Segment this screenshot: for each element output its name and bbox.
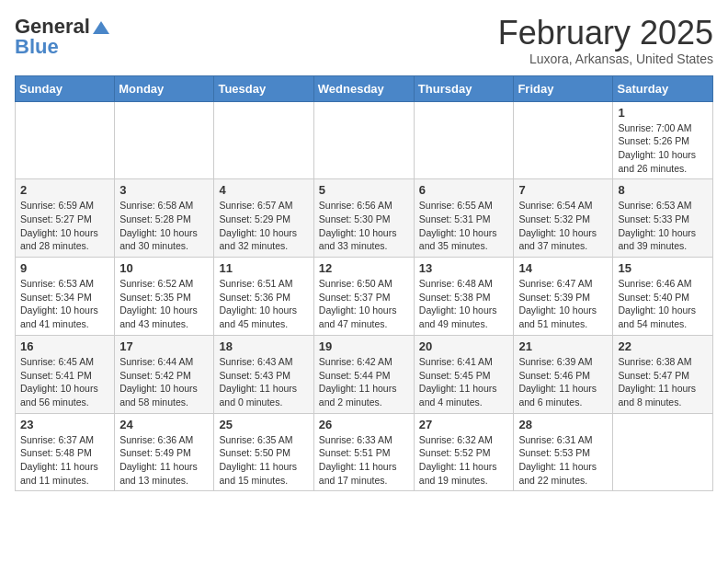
calendar-day: 6Sunrise: 6:55 AM Sunset: 5:31 PM Daylig…: [414, 179, 514, 258]
calendar-day: 9Sunrise: 6:53 AM Sunset: 5:34 PM Daylig…: [16, 258, 115, 336]
day-number: 22: [618, 339, 708, 353]
day-number: 19: [319, 339, 409, 353]
calendar-table: SundayMondayTuesdayWednesdayThursdayFrid…: [15, 75, 713, 492]
calendar-day-empty: [613, 413, 713, 491]
day-number: 8: [618, 183, 708, 197]
day-number: 1: [618, 106, 708, 120]
calendar-day: 13Sunrise: 6:48 AM Sunset: 5:38 PM Dayli…: [414, 258, 514, 336]
calendar-day: 3Sunrise: 6:58 AM Sunset: 5:28 PM Daylig…: [115, 179, 214, 258]
calendar-day: 24Sunrise: 6:36 AM Sunset: 5:49 PM Dayli…: [115, 413, 214, 491]
day-info: Sunrise: 6:58 AM Sunset: 5:28 PM Dayligh…: [119, 199, 209, 253]
day-info: Sunrise: 6:42 AM Sunset: 5:44 PM Dayligh…: [319, 355, 409, 409]
calendar-day: 11Sunrise: 6:51 AM Sunset: 5:36 PM Dayli…: [214, 258, 313, 336]
weekday-header: Saturday: [613, 75, 713, 101]
calendar-day: 1Sunrise: 7:00 AM Sunset: 5:26 PM Daylig…: [613, 101, 713, 179]
day-number: 3: [119, 183, 209, 197]
calendar-day: 17Sunrise: 6:44 AM Sunset: 5:42 PM Dayli…: [115, 335, 214, 413]
calendar-day: 4Sunrise: 6:57 AM Sunset: 5:29 PM Daylig…: [214, 179, 313, 258]
day-number: 7: [518, 183, 608, 197]
weekday-header: Friday: [514, 75, 613, 101]
calendar-day: 8Sunrise: 6:53 AM Sunset: 5:33 PM Daylig…: [613, 179, 713, 258]
calendar-day-empty: [115, 101, 214, 179]
calendar-day-empty: [16, 101, 115, 179]
calendar-day: 14Sunrise: 6:47 AM Sunset: 5:39 PM Dayli…: [514, 258, 613, 336]
location: Luxora, Arkansas, United States: [498, 52, 713, 66]
day-info: Sunrise: 6:46 AM Sunset: 5:40 PM Dayligh…: [618, 277, 708, 331]
logo: General Blue: [15, 15, 111, 59]
day-number: 16: [20, 339, 109, 353]
day-info: Sunrise: 6:31 AM Sunset: 5:53 PM Dayligh…: [518, 433, 608, 488]
day-info: Sunrise: 6:52 AM Sunset: 5:35 PM Dayligh…: [119, 277, 209, 331]
calendar-day: 15Sunrise: 6:46 AM Sunset: 5:40 PM Dayli…: [613, 258, 713, 336]
day-info: Sunrise: 6:57 AM Sunset: 5:29 PM Dayligh…: [219, 199, 308, 253]
day-number: 17: [119, 339, 209, 353]
day-info: Sunrise: 6:37 AM Sunset: 5:48 PM Dayligh…: [20, 433, 109, 488]
weekday-header: Sunday: [16, 75, 115, 101]
calendar-day-empty: [514, 101, 613, 179]
day-info: Sunrise: 6:39 AM Sunset: 5:46 PM Dayligh…: [518, 355, 608, 409]
day-info: Sunrise: 6:53 AM Sunset: 5:33 PM Dayligh…: [618, 199, 708, 253]
calendar-day: 21Sunrise: 6:39 AM Sunset: 5:46 PM Dayli…: [514, 335, 613, 413]
day-number: 28: [518, 418, 608, 431]
day-number: 27: [419, 418, 509, 431]
weekday-header: Wednesday: [313, 75, 414, 101]
calendar-day: 23Sunrise: 6:37 AM Sunset: 5:48 PM Dayli…: [16, 413, 115, 491]
day-number: 2: [20, 183, 109, 197]
day-number: 26: [319, 418, 409, 431]
day-info: Sunrise: 6:38 AM Sunset: 5:47 PM Dayligh…: [618, 355, 708, 409]
day-info: Sunrise: 6:44 AM Sunset: 5:42 PM Dayligh…: [119, 355, 209, 409]
day-number: 25: [219, 418, 308, 431]
title-block: February 2025 Luxora, Arkansas, United S…: [498, 15, 713, 66]
calendar-day: 16Sunrise: 6:45 AM Sunset: 5:41 PM Dayli…: [16, 335, 115, 413]
logo-icon: [91, 19, 111, 36]
calendar-day: 28Sunrise: 6:31 AM Sunset: 5:53 PM Dayli…: [514, 413, 613, 491]
day-info: Sunrise: 6:54 AM Sunset: 5:32 PM Dayligh…: [518, 199, 608, 253]
svg-marker-0: [93, 21, 109, 34]
day-number: 10: [119, 261, 209, 275]
day-info: Sunrise: 6:51 AM Sunset: 5:36 PM Dayligh…: [219, 277, 308, 331]
day-info: Sunrise: 6:55 AM Sunset: 5:31 PM Dayligh…: [419, 199, 509, 253]
calendar-day-empty: [214, 101, 313, 179]
day-number: 14: [518, 261, 608, 275]
calendar-day: 27Sunrise: 6:32 AM Sunset: 5:52 PM Dayli…: [414, 413, 514, 491]
calendar-day-empty: [414, 101, 514, 179]
calendar-day: 22Sunrise: 6:38 AM Sunset: 5:47 PM Dayli…: [613, 335, 713, 413]
day-number: 23: [20, 418, 109, 431]
calendar-day: 25Sunrise: 6:35 AM Sunset: 5:50 PM Dayli…: [214, 413, 313, 491]
day-number: 20: [419, 339, 509, 353]
calendar-day: 2Sunrise: 6:59 AM Sunset: 5:27 PM Daylig…: [16, 179, 115, 258]
day-info: Sunrise: 6:41 AM Sunset: 5:45 PM Dayligh…: [419, 355, 509, 409]
calendar-day-empty: [313, 101, 414, 179]
day-info: Sunrise: 6:35 AM Sunset: 5:50 PM Dayligh…: [219, 433, 308, 488]
day-number: 6: [419, 183, 509, 197]
day-number: 5: [319, 183, 409, 197]
day-number: 15: [618, 261, 708, 275]
day-info: Sunrise: 6:32 AM Sunset: 5:52 PM Dayligh…: [419, 433, 509, 488]
day-info: Sunrise: 6:53 AM Sunset: 5:34 PM Dayligh…: [20, 277, 109, 331]
day-info: Sunrise: 6:50 AM Sunset: 5:37 PM Dayligh…: [319, 277, 409, 331]
day-info: Sunrise: 6:43 AM Sunset: 5:43 PM Dayligh…: [219, 355, 308, 409]
calendar-day: 19Sunrise: 6:42 AM Sunset: 5:44 PM Dayli…: [313, 335, 414, 413]
day-info: Sunrise: 6:48 AM Sunset: 5:38 PM Dayligh…: [419, 277, 509, 331]
calendar-day: 5Sunrise: 6:56 AM Sunset: 5:30 PM Daylig…: [313, 179, 414, 258]
day-info: Sunrise: 6:47 AM Sunset: 5:39 PM Dayligh…: [518, 277, 608, 331]
day-number: 4: [219, 183, 308, 197]
day-info: Sunrise: 6:36 AM Sunset: 5:49 PM Dayligh…: [119, 433, 209, 488]
calendar-day: 7Sunrise: 6:54 AM Sunset: 5:32 PM Daylig…: [514, 179, 613, 258]
day-info: Sunrise: 6:33 AM Sunset: 5:51 PM Dayligh…: [319, 433, 409, 488]
day-number: 11: [219, 261, 308, 275]
day-number: 13: [419, 261, 509, 275]
calendar-day: 26Sunrise: 6:33 AM Sunset: 5:51 PM Dayli…: [313, 413, 414, 491]
day-number: 24: [119, 418, 209, 431]
day-number: 9: [20, 261, 109, 275]
day-info: Sunrise: 7:00 AM Sunset: 5:26 PM Dayligh…: [618, 121, 708, 176]
calendar-day: 20Sunrise: 6:41 AM Sunset: 5:45 PM Dayli…: [414, 335, 514, 413]
weekday-header: Thursday: [414, 75, 514, 101]
calendar-day: 12Sunrise: 6:50 AM Sunset: 5:37 PM Dayli…: [313, 258, 414, 336]
day-number: 12: [319, 261, 409, 275]
weekday-header: Monday: [115, 75, 214, 101]
calendar-day: 10Sunrise: 6:52 AM Sunset: 5:35 PM Dayli…: [115, 258, 214, 336]
page-header: General Blue February 2025 Luxora, Arkan…: [15, 15, 713, 66]
day-info: Sunrise: 6:59 AM Sunset: 5:27 PM Dayligh…: [20, 199, 109, 253]
day-info: Sunrise: 6:56 AM Sunset: 5:30 PM Dayligh…: [319, 199, 409, 253]
